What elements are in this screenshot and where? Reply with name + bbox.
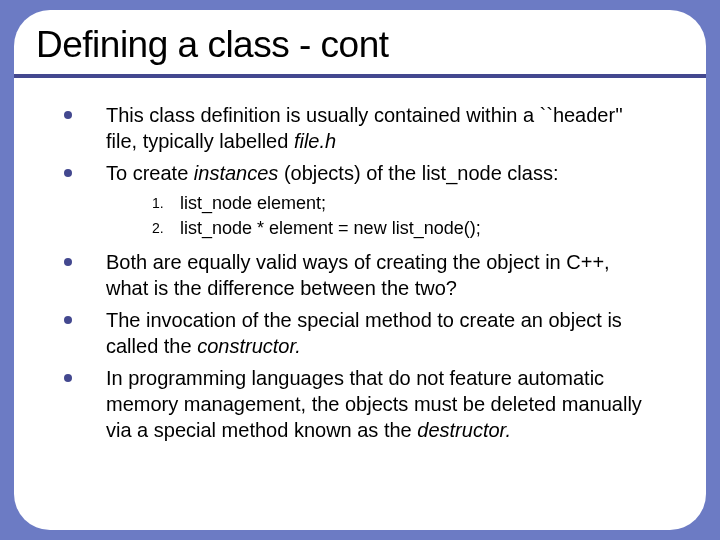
text-italic: constructor.: [197, 335, 301, 357]
text-segment: The invocation of the special method to …: [106, 309, 622, 357]
bullet-item: The invocation of the special method to …: [64, 307, 656, 359]
bullet-text: This class definition is usually contain…: [106, 102, 656, 154]
sublist-item: 2. list_node * element = new list_node()…: [152, 217, 656, 240]
bullet-icon: [64, 316, 72, 324]
text-segment: (objects) of the list_node class:: [278, 162, 558, 184]
bullet-item: In programming languages that do not fea…: [64, 365, 656, 443]
text-italic: instances: [194, 162, 279, 184]
bullet-text: To create instances (objects) of the lis…: [106, 160, 558, 186]
sublist-text: list_node * element = new list_node();: [180, 217, 481, 240]
bullet-text: In programming languages that do not fea…: [106, 365, 656, 443]
bullet-item: Both are equally valid ways of creating …: [64, 249, 656, 301]
text-italic: file.h: [294, 130, 336, 152]
sublist-item: 1. list_node element;: [152, 192, 656, 215]
sublist-number: 1.: [152, 192, 180, 211]
bullet-icon: [64, 374, 72, 382]
slide-title: Defining a class - cont: [36, 24, 684, 66]
text-segment: Both are equally valid ways of creating …: [106, 251, 610, 299]
bullet-icon: [64, 258, 72, 266]
content-area: This class definition is usually contain…: [14, 78, 706, 469]
bullet-icon: [64, 169, 72, 177]
numbered-sublist: 1. list_node element; 2. list_node * ele…: [152, 192, 656, 241]
title-area: Defining a class - cont: [14, 10, 706, 78]
text-segment: This class definition is usually contain…: [106, 104, 623, 152]
slide-card: Defining a class - cont This class defin…: [14, 10, 706, 530]
sublist-number: 2.: [152, 217, 180, 236]
bullet-icon: [64, 111, 72, 119]
sublist-text: list_node element;: [180, 192, 326, 215]
bullet-text: Both are equally valid ways of creating …: [106, 249, 656, 301]
text-segment: To create: [106, 162, 194, 184]
bullet-text: The invocation of the special method to …: [106, 307, 656, 359]
bullet-item: This class definition is usually contain…: [64, 102, 656, 154]
text-segment: In programming languages that do not fea…: [106, 367, 642, 441]
text-italic: destructor.: [417, 419, 511, 441]
bullet-item: To create instances (objects) of the lis…: [64, 160, 656, 186]
